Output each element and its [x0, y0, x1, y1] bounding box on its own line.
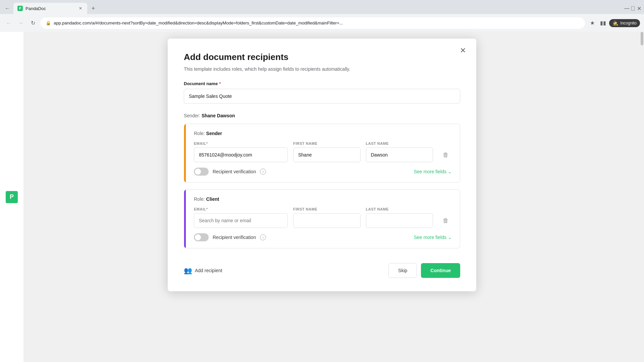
sender-verification-label: Recipient verification [213, 169, 256, 174]
footer-actions: Skip Continue [388, 263, 460, 278]
client-delete-button[interactable]: 🗑 [440, 213, 452, 228]
back-nav-button[interactable]: ← [3, 4, 12, 13]
document-name-section: Document name * [184, 81, 460, 104]
toolbar-icons: ★ ▮▮ 🕵 Incognito [588, 18, 640, 28]
client-verification-left: Recipient verification i [194, 233, 266, 241]
skip-button[interactable]: Skip [388, 263, 417, 278]
client-email-input[interactable] [194, 213, 288, 228]
extensions-button[interactable]: ▮▮ [598, 18, 608, 28]
sender-role-body: Role: Sender EMAIL* FIRST NAME [186, 124, 460, 182]
sender-see-more-button[interactable]: See more fields ⌄ [414, 169, 452, 174]
document-name-input[interactable] [184, 89, 460, 104]
client-firstname-label: FIRST NAME [293, 207, 361, 211]
tab-close-button[interactable]: ✕ [78, 6, 83, 11]
window-minimize-button[interactable]: — [625, 6, 629, 11]
client-see-more-button[interactable]: See more fields ⌄ [414, 235, 452, 240]
client-lastname-group: LAST NAME [366, 207, 433, 228]
client-chevron-icon: ⌄ [448, 235, 452, 240]
client-verification-info-icon[interactable]: i [260, 234, 266, 240]
add-recipient-icon: 👥 [184, 266, 192, 275]
sender-verification-info-icon[interactable]: i [260, 169, 266, 175]
required-star: * [219, 81, 221, 86]
client-verification-label: Recipient verification [213, 235, 256, 240]
url-input[interactable] [54, 20, 580, 25]
sender-role-name: Sender [206, 131, 222, 136]
client-email-group: EMAIL* [194, 207, 288, 228]
client-fields-row: EMAIL* FIRST NAME LAST NAME 🗑 [194, 207, 452, 228]
address-bar[interactable]: 🔒 [40, 17, 585, 29]
role-card-sender: Role: Sender EMAIL* FIRST NAME [184, 124, 460, 183]
sender-name: Shane Dawson [202, 113, 235, 118]
sidebar-logo: P [6, 191, 18, 203]
lock-icon: 🔒 [46, 20, 51, 25]
add-recipient-button[interactable]: 👥 Add recipient [184, 266, 222, 275]
browser-refresh-button[interactable]: ↻ [28, 18, 38, 28]
modal-title: Add document recipients [184, 52, 460, 62]
client-verification-row: Recipient verification i See more fields… [194, 233, 452, 241]
modal-scrollbar[interactable] [640, 32, 644, 362]
sender-info: Sender: Shane Dawson [184, 113, 460, 118]
incognito-label: Incognito [620, 21, 637, 25]
window-close-button[interactable]: ✕ [637, 6, 641, 11]
page-content: P ✕ Add document recipients This templat… [0, 32, 644, 362]
trash-icon: 🗑 [443, 152, 449, 159]
sender-verification-toggle[interactable] [194, 168, 209, 176]
window-controls: — ⎕ ✕ [625, 6, 641, 11]
browser-back-button[interactable]: ← [4, 18, 13, 28]
sender-firstname-label: FIRST NAME [293, 141, 361, 145]
modal-subtitle: This template includes roles, which help… [184, 66, 460, 72]
page-sidebar: P [0, 32, 23, 362]
sender-firstname-group: FIRST NAME [293, 141, 361, 162]
bookmark-star-button[interactable]: ★ [588, 18, 597, 28]
client-role-name: Client [206, 196, 219, 202]
client-firstname-group: FIRST NAME [293, 207, 361, 228]
incognito-icon: 🕵 [612, 20, 618, 26]
client-trash-icon: 🗑 [443, 217, 449, 224]
client-verification-toggle[interactable] [194, 233, 209, 241]
sender-email-input[interactable] [194, 147, 288, 162]
continue-button[interactable]: Continue [421, 263, 460, 278]
sender-email-group: EMAIL* [194, 141, 288, 162]
address-bar-row: ← → ↻ 🔒 ★ ▮▮ 🕵 Incognito [0, 14, 644, 32]
tab-title: PandaDoc [25, 6, 75, 11]
role-card-sender-inner: Role: Sender EMAIL* FIRST NAME [184, 124, 460, 182]
close-icon: ✕ [460, 46, 466, 55]
sender-fields-row: EMAIL* FIRST NAME LAST NAME 🗑 [194, 141, 452, 162]
modal-close-button[interactable]: ✕ [458, 45, 468, 56]
client-lastname-label: LAST NAME [366, 207, 433, 211]
sender-role-title: Role: Sender [194, 131, 452, 136]
client-role-title: Role: Client [194, 196, 452, 202]
browser-chrome: ← P PandaDoc ✕ + — ⎕ ✕ ← → ↻ 🔒 ★ ▮▮ 🕵 In… [0, 0, 644, 32]
client-email-label: EMAIL* [194, 207, 288, 211]
browser-tab-pandadoc[interactable]: P PandaDoc ✕ [13, 3, 87, 14]
new-tab-button[interactable]: + [89, 4, 98, 13]
incognito-badge: 🕵 Incognito [609, 19, 640, 27]
scrollbar-thumb[interactable] [641, 32, 643, 45]
role-card-client-inner: Role: Client EMAIL* FIRST NAME [184, 190, 460, 248]
sender-lastname-input[interactable] [366, 147, 433, 162]
role-card-client: Role: Client EMAIL* FIRST NAME [184, 189, 460, 248]
add-recipient-label: Add recipient [195, 268, 222, 273]
sender-lastname-label: LAST NAME [366, 141, 433, 145]
modal-footer: 👥 Add recipient Skip Continue [184, 255, 460, 278]
sender-lastname-group: LAST NAME [366, 141, 433, 162]
document-name-label: Document name * [184, 81, 460, 86]
sender-firstname-input[interactable] [293, 147, 361, 162]
browser-forward-button[interactable]: → [16, 18, 25, 28]
sender-email-label: EMAIL* [194, 141, 288, 145]
client-firstname-input[interactable] [293, 213, 361, 228]
client-lastname-input[interactable] [366, 213, 433, 228]
sender-verification-left: Recipient verification i [194, 168, 266, 176]
add-recipients-modal: ✕ Add document recipients This template … [168, 39, 476, 291]
sender-chevron-icon: ⌄ [448, 169, 452, 174]
window-maximize-button[interactable]: ⎕ [631, 6, 635, 11]
sender-delete-button[interactable]: 🗑 [440, 147, 452, 162]
sender-verification-row: Recipient verification i See more fields… [194, 168, 452, 176]
pandadoc-favicon: P [17, 6, 23, 11]
tab-bar: ← P PandaDoc ✕ + — ⎕ ✕ [0, 0, 644, 14]
client-role-body: Role: Client EMAIL* FIRST NAME [186, 190, 460, 248]
